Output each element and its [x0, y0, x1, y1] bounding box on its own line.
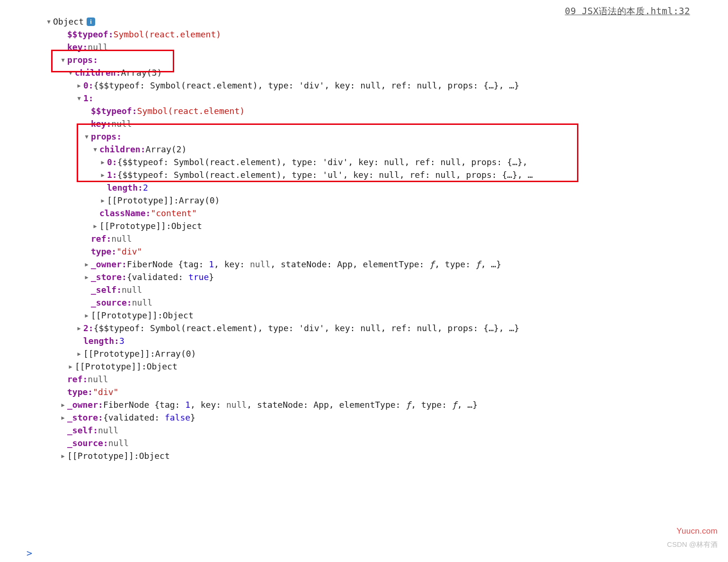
tree-row[interactable]: ▶ 2: {$$typeof: Symbol(react.element), t… [45, 322, 719, 334]
property-key: _source [67, 437, 103, 449]
property-key: type [91, 246, 111, 258]
tree-row[interactable]: ▶ _store: {validated: false} [45, 411, 719, 424]
expand-arrow-right-icon[interactable]: ▶ [83, 258, 90, 271]
property-key: children [99, 143, 141, 156]
expand-arrow-right-icon[interactable]: ▶ [76, 79, 82, 92]
expand-arrow-right-icon[interactable]: ▶ [83, 309, 90, 322]
expand-arrow-down-icon[interactable]: ▼ [83, 131, 90, 143]
property-key: _source [91, 297, 127, 309]
property-key: length [107, 182, 138, 194]
property-key: $$typeof [91, 105, 132, 117]
expand-arrow-down-icon[interactable]: ▼ [45, 16, 52, 28]
tree-row[interactable]: _source: null [45, 296, 719, 309]
property-key: [[Prototype]] [99, 220, 166, 232]
property-key: _store [67, 412, 98, 424]
tree-row[interactable]: ▶ _store: {validated: true} [45, 271, 719, 283]
property-value: Object [163, 309, 194, 322]
info-icon[interactable]: i [87, 18, 95, 26]
property-value: {$$typeof: Symbol(react.element), type: … [94, 322, 519, 334]
property-key: key [67, 41, 83, 53]
tree-row[interactable]: $$typeof: Symbol(react.element) [45, 28, 719, 41]
property-key: props [91, 131, 116, 143]
tree-row[interactable]: key: null [45, 117, 719, 130]
tree-row[interactable]: ref: null [45, 373, 719, 386]
property-key: 1 [107, 169, 112, 181]
property-key: 2 [83, 322, 89, 334]
property-key: children [75, 67, 116, 79]
property-value: Object [147, 360, 178, 373]
expand-arrow-right-icon[interactable]: ▶ [92, 220, 98, 232]
expand-arrow-right-icon[interactable]: ▶ [60, 399, 66, 411]
tree-row[interactable]: $$typeof: Symbol(react.element) [45, 105, 719, 117]
property-value: "div" [93, 386, 118, 398]
property-value: {validated: false} [103, 412, 195, 424]
expand-arrow-down-icon[interactable]: ▼ [76, 92, 82, 105]
property-key: [[Prototype]] [75, 360, 142, 373]
property-value: null [132, 297, 152, 309]
property-value: null [88, 41, 108, 53]
property-value: "content" [151, 207, 197, 220]
property-value: null [108, 437, 129, 449]
expand-arrow-right-icon[interactable]: ▶ [99, 169, 106, 181]
tree-row[interactable]: ▶ 0: {$$typeof: Symbol(react.element), t… [45, 156, 719, 168]
tree-row[interactable]: ▶ [[Prototype]]: Array(0) [45, 194, 719, 207]
tree-row[interactable]: ▶ 0: {$$typeof: Symbol(react.element), t… [45, 79, 719, 92]
property-key: length [83, 335, 114, 347]
tree-row[interactable]: ▶ 1: {$$typeof: Symbol(react.element), t… [45, 168, 719, 181]
tree-row[interactable]: ▼ children: Array(3) [45, 66, 719, 79]
tree-row[interactable]: type: "div" [45, 386, 719, 398]
property-key: 0 [107, 156, 112, 168]
tree-row[interactable]: key: null [45, 41, 719, 53]
expand-arrow-right-icon[interactable]: ▶ [60, 450, 66, 462]
tree-row[interactable]: _source: null [45, 437, 719, 449]
expand-arrow-down-icon[interactable]: ▼ [92, 143, 98, 156]
tree-row[interactable]: ▼ 1: [45, 92, 719, 105]
property-key: key [91, 118, 107, 130]
property-key: _owner [91, 258, 122, 271]
property-value: Object [139, 450, 170, 462]
property-value: 3 [119, 335, 124, 347]
tree-row[interactable]: length: 3 [45, 334, 719, 347]
tree-row[interactable]: _self: null [45, 424, 719, 437]
expand-arrow-right-icon[interactable]: ▶ [99, 156, 106, 168]
property-value: "div" [116, 246, 142, 258]
tree-row[interactable]: ▶ [[Prototype]]: Object [45, 220, 719, 232]
expand-arrow-right-icon[interactable]: ▶ [76, 348, 82, 360]
tree-row[interactable]: ▶ [[Prototype]]: Array(0) [45, 347, 719, 360]
tree-row[interactable]: _self: null [45, 283, 719, 296]
tree-row[interactable]: className: "content" [45, 207, 719, 220]
tree-row[interactable]: ▼ props: [45, 53, 719, 66]
property-value: null [111, 233, 132, 245]
tree-row[interactable]: ▼ props: [45, 130, 719, 143]
expand-arrow-down-icon[interactable]: ▼ [67, 67, 74, 79]
console-panel: 09 JSX语法的本质.html:32 ▼ Object i $$typeof:… [0, 0, 728, 562]
tree-row[interactable]: type: "div" [45, 245, 719, 258]
object-tree: ▼ Object i $$typeof: Symbol(react.elemen… [45, 15, 719, 462]
tree-row[interactable]: ▼ children: Array(2) [45, 143, 719, 156]
property-key: ref [67, 373, 83, 386]
tree-row[interactable]: ▶ _owner: FiberNode {tag: 1, key: null, … [45, 398, 719, 411]
property-value: {validated: true} [127, 271, 214, 283]
property-value: FiberNode {tag: 1, key: null, stateNode:… [103, 399, 478, 411]
expand-arrow-right-icon[interactable]: ▶ [99, 194, 106, 207]
property-key: 1 [83, 92, 89, 105]
expand-arrow-right-icon[interactable]: ▶ [76, 322, 82, 334]
expand-arrow-right-icon[interactable]: ▶ [83, 271, 90, 283]
tree-row[interactable]: ▶ [[Prototype]]: Object [45, 309, 719, 322]
property-key: [[Prototype]] [107, 194, 174, 207]
expand-arrow-right-icon[interactable]: ▶ [60, 412, 66, 424]
property-value: null [98, 424, 118, 437]
tree-row[interactable]: ▶ [[Prototype]]: Object [45, 449, 719, 462]
console-prompt[interactable]: > [27, 547, 32, 559]
tree-row[interactable]: ▶ _owner: FiberNode {tag: 1, key: null, … [45, 258, 719, 271]
property-value: Symbol(react.element) [137, 105, 245, 117]
expand-arrow-down-icon[interactable]: ▼ [60, 54, 66, 66]
property-key: type [67, 386, 88, 398]
expand-arrow-right-icon[interactable]: ▶ [67, 360, 74, 373]
property-value: Array(3) [121, 67, 162, 79]
tree-row[interactable]: ▶ [[Prototype]]: Object [45, 360, 719, 373]
tree-row[interactable]: length: 2 [45, 181, 719, 194]
property-value: null [88, 373, 108, 386]
tree-row[interactable]: ref: null [45, 232, 719, 245]
tree-row[interactable]: ▼ Object i [45, 15, 719, 28]
